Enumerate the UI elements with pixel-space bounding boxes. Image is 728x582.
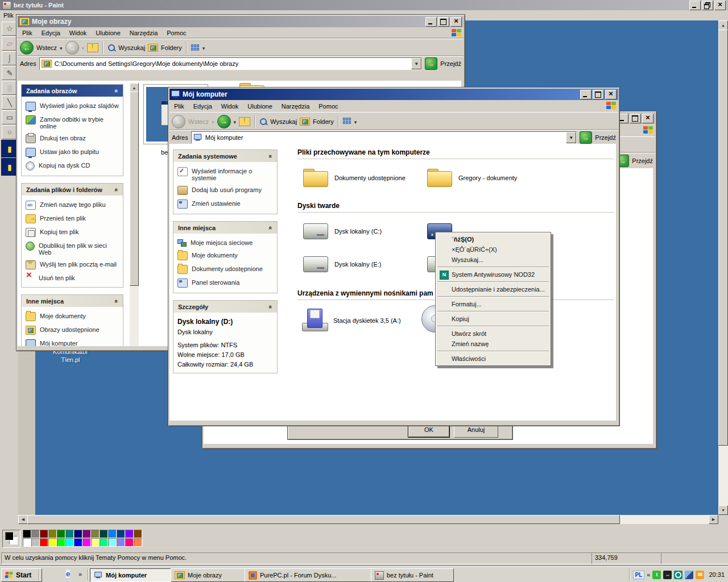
palette-swatch[interactable] <box>82 530 91 538</box>
menu-create-shortcut[interactable]: Utwórz skrót <box>436 329 550 339</box>
task-order-prints[interactable]: Zamów odbitki w trybie online <box>26 115 119 130</box>
collapse-chevron-icon[interactable]: « <box>267 305 274 308</box>
restore-button[interactable] <box>702 1 713 10</box>
file-tasks-header[interactable]: Zadania plików i folderów « <box>22 184 123 196</box>
back-label[interactable]: Wstecz <box>188 118 209 125</box>
drive-c[interactable]: Dysk lokalny (C:) <box>303 223 382 239</box>
palette-swatch[interactable] <box>117 530 125 538</box>
palette-swatch[interactable] <box>100 538 108 547</box>
palette-swatch[interactable] <box>100 530 108 538</box>
views-icon[interactable] <box>343 118 351 125</box>
minimize-button[interactable] <box>580 90 592 99</box>
go-label[interactable]: Przejdź <box>595 134 616 141</box>
tray-tlen-icon[interactable]: t <box>652 571 661 579</box>
paint-vertical-scrollbar[interactable]: ▲ ▼ <box>718 20 728 515</box>
free-form-select-tool-icon[interactable] <box>2 22 18 36</box>
palette-swatch[interactable] <box>125 538 134 547</box>
menu-open[interactable]: ´ňżŞ(O) <box>436 234 550 244</box>
palette-swatch[interactable] <box>23 538 31 547</box>
palette-swatch[interactable] <box>108 530 117 538</box>
forward-dropdown-icon[interactable] <box>234 118 237 125</box>
paint-menu-plik[interactable]: Plik <box>0 11 17 19</box>
go-button[interactable] <box>425 57 437 70</box>
place-network[interactable]: Moje miejsca sieciowe <box>177 239 273 247</box>
palette-swatch[interactable] <box>40 538 48 547</box>
collapse-chevron-icon[interactable]: « <box>267 154 274 157</box>
other-places-header[interactable]: Inne miejsca « <box>22 295 123 307</box>
place-my-documents[interactable]: Moje dokumenty <box>177 251 273 260</box>
task-copy-to-cd[interactable]: Kopiuj na dysk CD <box>26 161 119 171</box>
line-tool-icon[interactable] <box>2 95 18 110</box>
palette-swatch[interactable] <box>91 538 100 547</box>
menu-widok[interactable]: Widok <box>65 28 92 38</box>
minimize-button[interactable] <box>689 1 701 10</box>
menu-plik[interactable]: Plik <box>169 102 189 111</box>
tray-chevron[interactable]: « <box>647 571 650 578</box>
menu-pomoc[interactable]: Pomoc <box>162 28 191 38</box>
close-button[interactable] <box>714 1 726 10</box>
tray-nod32-icon[interactable] <box>674 571 682 579</box>
taskbar-task-computer[interactable]: Mój komputer <box>90 568 176 582</box>
palette-swatch[interactable] <box>65 538 74 547</box>
back-dropdown-icon[interactable] <box>60 44 63 51</box>
palette-swatch[interactable] <box>117 538 125 547</box>
go-label[interactable]: Przejdź <box>440 60 461 67</box>
go-button[interactable] <box>580 131 592 144</box>
quicklaunch-ie-icon[interactable]: e <box>66 569 70 578</box>
task-email-file[interactable]: Wyślij ten plik pocztą e-mail <box>26 260 119 269</box>
forward-button[interactable]: → <box>65 41 79 55</box>
pictures-titlebar[interactable]: Moje obrazy <box>18 16 464 27</box>
scroll-up-button[interactable]: ▲ <box>718 20 728 30</box>
palette-swatch[interactable] <box>65 530 74 538</box>
palette-swatch[interactable] <box>74 530 82 538</box>
collapse-chevron-icon[interactable]: « <box>113 89 120 92</box>
computer-titlebar[interactable]: Mój komputer <box>169 89 618 100</box>
palette-swatch[interactable] <box>82 538 91 547</box>
task-change-setting[interactable]: Zmień ustawienie <box>177 199 273 209</box>
details-header[interactable]: Szczegóły « <box>173 301 277 313</box>
task-rename-file[interactable]: Zmień nazwę tego pliku <box>26 201 119 210</box>
palette-swatch[interactable] <box>57 538 65 547</box>
address-combobox[interactable]: Mój komputer <box>191 131 577 144</box>
address-combobox[interactable]: C:\Documents and Settings\Gregory\Moje d… <box>39 57 423 70</box>
menu-widok[interactable]: Widok <box>217 102 243 111</box>
address-dropdown-button[interactable] <box>566 132 576 143</box>
search-icon[interactable] <box>107 44 115 52</box>
place-shared-pictures[interactable]: Obrazy udostępnione <box>26 326 119 335</box>
address-dropdown-button[interactable] <box>411 58 421 69</box>
menu-edycja[interactable]: Edycja <box>37 28 65 38</box>
search-icon[interactable] <box>259 118 267 126</box>
drive-e[interactable]: Dysk lokalny (E:) <box>303 256 382 272</box>
ellipse-tool-icon[interactable] <box>2 125 18 139</box>
up-directory-button[interactable] <box>239 117 250 126</box>
back-label[interactable]: Wstecz <box>36 44 57 51</box>
views-dropdown-icon[interactable] <box>354 118 357 125</box>
menu-pomoc[interactable]: Pomoc <box>314 102 342 111</box>
folders-label[interactable]: Foldery <box>313 118 334 125</box>
palette-swatch[interactable] <box>134 538 142 547</box>
folders-icon[interactable] <box>148 44 158 52</box>
collapse-chevron-icon[interactable]: « <box>113 188 120 191</box>
palette-swatch[interactable] <box>74 538 82 547</box>
pencil-tool-icon[interactable] <box>2 66 18 80</box>
menu-rename[interactable]: Zmień nazwę <box>436 339 550 349</box>
picture-tasks-header[interactable]: Zadania obrazów « <box>22 85 123 97</box>
search-label[interactable]: Wyszukaj <box>270 118 297 125</box>
minimize-button[interactable] <box>425 17 437 27</box>
maximize-button[interactable] <box>593 90 604 99</box>
menu-ulubione[interactable]: Ulubione <box>243 102 276 111</box>
views-dropdown-icon[interactable] <box>202 44 205 51</box>
menu-plik[interactable]: Plik <box>18 28 37 38</box>
system-tasks-header[interactable]: Zadania systemowe « <box>173 150 277 162</box>
palette-swatch[interactable] <box>31 530 40 538</box>
back-button[interactable]: ← <box>20 41 34 55</box>
place-my-computer[interactable]: Mój komputer <box>26 339 119 346</box>
scroll-down-button[interactable]: ▼ <box>718 505 728 515</box>
back-dropdown-icon[interactable] <box>212 118 214 125</box>
task-copy-file[interactable]: Kopiuj ten plik <box>26 228 119 237</box>
task-print-picture[interactable]: Drukuj ten obraz <box>26 134 119 143</box>
menu-narzedzia[interactable]: Narzędzia <box>125 28 163 38</box>
palette-swatch[interactable] <box>57 530 65 538</box>
palette-swatch[interactable] <box>125 530 134 538</box>
folder-shared-documents[interactable]: Dokumenty udostępnione <box>303 169 406 187</box>
